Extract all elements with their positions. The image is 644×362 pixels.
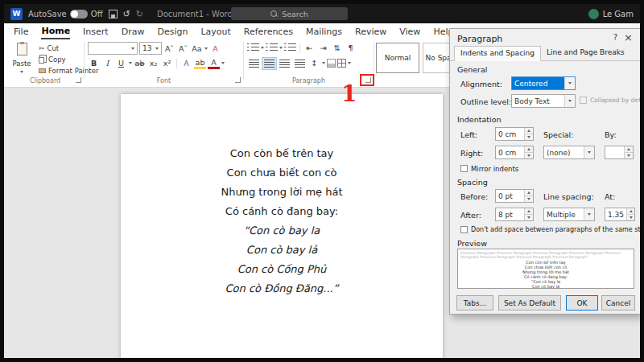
spinner-buttons[interactable] [624, 146, 633, 158]
doc-line: Con còn bế trên tay [121, 144, 443, 163]
font-size-combo[interactable]: 13 [139, 42, 162, 55]
numbering-icon[interactable] [266, 43, 278, 52]
style-normal[interactable]: Normal [376, 43, 419, 73]
menu-tab-design[interactable]: Design [157, 23, 188, 39]
font-size-value: 13 [142, 44, 151, 52]
indent-left-spinner[interactable]: 0 cm [495, 127, 534, 141]
shading-icon[interactable] [327, 59, 336, 68]
at-spinner[interactable]: 1.35 [605, 208, 635, 221]
font-dialog-launcher-icon[interactable] [235, 77, 241, 83]
font-color-icon[interactable]: A [208, 58, 220, 69]
search-icon [270, 10, 278, 18]
redo-icon[interactable]: ↻ [136, 9, 143, 19]
undo-icon[interactable]: ↺ [123, 9, 130, 19]
multilevel-list-icon[interactable] [284, 43, 296, 52]
line-spacing-dropdown[interactable]: Multiple [543, 208, 595, 221]
doc-line: Con chưa biết con cò [121, 163, 443, 183]
bold-icon[interactable]: B [88, 57, 100, 69]
italic-icon[interactable]: I [101, 57, 114, 69]
document-text: Con còn bế trên tay Con chưa biết con cò… [121, 144, 443, 298]
outline-level-dropdown[interactable]: Body Text [511, 94, 576, 108]
align-right-icon[interactable] [278, 58, 291, 69]
menu-tab-layout[interactable]: Layout [200, 23, 230, 39]
menu-tab-home[interactable]: Home [41, 23, 70, 39]
dialog-help-icon[interactable]: ? [613, 33, 617, 42]
clipboard-dialog-launcher-icon[interactable] [76, 77, 81, 83]
spacing-before-spinner[interactable]: 0 pt [495, 189, 534, 203]
menu-tab-mailings[interactable]: Mailings [306, 23, 342, 39]
alignment-label: Alignment: [460, 80, 502, 88]
text-effects-icon[interactable]: A [180, 57, 192, 69]
document-page[interactable]: Con còn bế trên tay Con chưa biết con cò… [121, 94, 443, 358]
collapsed-by-default-checkbox[interactable]: Collapsed by default [580, 97, 640, 104]
shrink-font-icon[interactable]: Aˇ [177, 43, 189, 55]
indent-right-spinner[interactable]: 0 cm [495, 146, 534, 159]
set-as-default-button[interactable]: Set As Default [498, 295, 561, 311]
superscript-icon[interactable]: x² [161, 57, 173, 69]
font-size-caret-icon [155, 47, 159, 50]
align-left-icon[interactable] [247, 58, 261, 69]
change-case-icon[interactable]: Aa [191, 43, 203, 55]
menu-tab-insert[interactable]: Insert [83, 23, 109, 39]
cut-button[interactable]: ✂ Cut [39, 43, 59, 53]
word-logo-icon: W [10, 8, 23, 20]
menu-tab-view[interactable]: View [399, 23, 420, 39]
autosave-toggle[interactable]: AutoSave Off [28, 10, 103, 19]
by-spinner[interactable] [605, 146, 634, 159]
borders-icon[interactable] [337, 59, 346, 68]
copy-icon [39, 57, 44, 64]
strikethrough-icon[interactable]: ab [134, 57, 146, 69]
increase-indent-icon[interactable]: ⇥ [317, 42, 329, 54]
copy-button[interactable]: Copy [39, 55, 66, 64]
cancel-button[interactable]: Cancel [601, 295, 635, 311]
bullets-icon[interactable] [247, 43, 259, 52]
tab-line-and-page-breaks[interactable]: Line and Page Breaks [541, 46, 630, 61]
decrease-indent-icon[interactable]: ⇤ [303, 42, 316, 54]
subscript-icon[interactable]: x₂ [147, 57, 159, 69]
justify-icon[interactable] [293, 58, 307, 69]
spinner-buttons[interactable] [626, 208, 634, 220]
dialog-close-icon[interactable]: × [624, 31, 633, 43]
general-section-label: General [457, 65, 487, 74]
menu-tab-review[interactable]: Review [355, 23, 386, 39]
grow-font-icon[interactable]: Aˆ [163, 43, 175, 55]
paste-clipboard-icon [17, 43, 27, 56]
paragraph-dialog: Paragraph ? × Indents and Spacing Line a… [449, 28, 640, 315]
menu-tab-draw[interactable]: Draw [122, 23, 145, 39]
menu-tab-references[interactable]: References [244, 23, 293, 39]
spacing-before-label: Before: [460, 192, 488, 201]
ok-button[interactable]: OK [566, 295, 598, 311]
save-icon[interactable] [109, 10, 118, 19]
line-spacing-icon[interactable]: ↕ [308, 57, 320, 69]
spacing-after-spinner[interactable]: 8 pt [495, 208, 534, 221]
align-center-icon[interactable] [262, 58, 276, 69]
no-space-same-style-checkbox[interactable]: Don't add space between paragraphs of th… [460, 226, 640, 233]
paste-button[interactable]: Paste [9, 41, 35, 75]
font-name-combo[interactable] [88, 42, 138, 55]
mirror-indents-checkbox[interactable]: Mirror indents [460, 165, 518, 173]
tab-indents-and-spacing[interactable]: Indents and Spacing [454, 46, 541, 61]
checkbox-icon [580, 97, 587, 104]
spinner-buttons[interactable] [524, 128, 533, 140]
sort-icon[interactable]: ⇅ [331, 42, 343, 54]
show-formatting-marks-icon[interactable]: ¶ [345, 42, 357, 54]
spinner-buttons[interactable] [524, 208, 533, 220]
tabs-button[interactable]: Tabs... [456, 295, 493, 311]
menu-tab-file[interactable]: File [14, 23, 28, 39]
highlight-color-icon[interactable]: ab [194, 58, 206, 69]
indent-right-label: Right: [460, 149, 483, 158]
clear-formatting-icon[interactable]: A [209, 43, 221, 55]
icon-divider [176, 59, 177, 68]
special-dropdown[interactable]: (none) [543, 146, 595, 159]
autosave-switch-icon[interactable] [70, 10, 88, 19]
underline-icon[interactable]: U [115, 57, 127, 69]
spinner-buttons[interactable] [524, 146, 533, 158]
preview-box: Previous Paragraph Previous Paragraph Pr… [457, 249, 634, 289]
line-spacing-caret-icon [584, 208, 594, 220]
search-box[interactable]: Search [231, 7, 348, 20]
alignment-dropdown[interactable]: Centered [511, 76, 576, 90]
preview-section-label: Preview [457, 239, 487, 248]
user-avatar[interactable] [588, 9, 599, 19]
outline-level-label: Outline level: [460, 97, 511, 106]
spinner-buttons[interactable] [524, 190, 533, 202]
